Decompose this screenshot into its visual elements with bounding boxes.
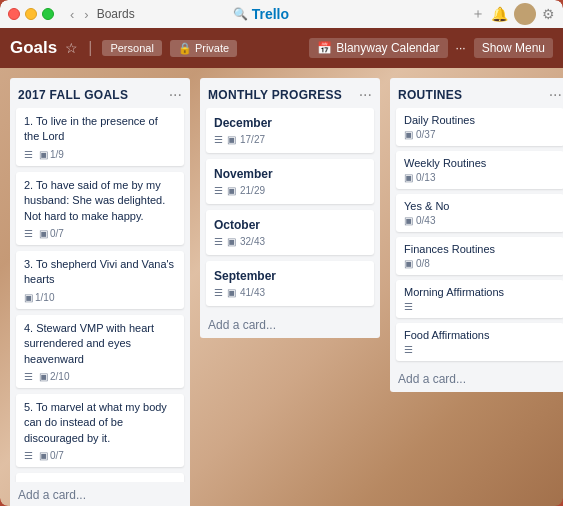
- card-title-goal-1: 1. To live in the presence of the Lord: [24, 114, 176, 145]
- card-checklist-goal-5: ☰: [24, 450, 33, 461]
- private-tag[interactable]: 🔒 Private: [170, 40, 237, 57]
- avatar[interactable]: [514, 3, 536, 25]
- calendar-icon: 📅: [317, 41, 332, 55]
- card-icon: ▣: [39, 149, 48, 160]
- card-goal-5[interactable]: 5. To marvel at what my body can do inst…: [16, 394, 184, 467]
- card-count-val-goal-2: 0/7: [50, 228, 64, 239]
- card-count-val-goal-1: 1/9: [50, 149, 64, 160]
- card-october[interactable]: October ☰ ▣ 32/43: [206, 210, 374, 255]
- calendar-button[interactable]: 📅 Blanyway Calendar: [309, 38, 447, 58]
- card-goal-3[interactable]: 3. To shepherd Vivi and Vana's hearts ▣ …: [16, 251, 184, 309]
- routine-card-icon-yes-no: ▣: [404, 215, 413, 226]
- checklist-icon-5: ☰: [24, 450, 33, 461]
- appbar-right: 📅 Blanyway Calendar ··· Show Menu: [309, 38, 553, 58]
- close-button[interactable]: [8, 8, 20, 20]
- routine-meta-yes-no: ▣ 0/43: [404, 215, 556, 226]
- card-goal-6[interactable]: 6. Manage our home with the same diligen…: [16, 473, 184, 482]
- list-cards-routines: Daily Routines ▣ 0/37 Weekly Routines ▣ …: [390, 108, 563, 366]
- card-food-affirmations[interactable]: Food Affirmations ☰: [396, 323, 563, 361]
- routine-title-morning: Morning Affirmations: [404, 286, 556, 298]
- month-count-december: 17/27: [240, 134, 265, 145]
- list-header-monthly: MONTHLY PROGRESS ···: [200, 78, 380, 108]
- routine-meta-morning: ☰: [404, 301, 556, 312]
- forward-button[interactable]: ›: [82, 7, 90, 22]
- card-icon-5: ▣: [39, 450, 48, 461]
- card-count-goal-3: ▣ 1/10: [24, 292, 54, 303]
- card-icon-4: ▣: [39, 371, 48, 382]
- search-bar[interactable]: 🔍 Trello: [233, 6, 289, 22]
- card-goal-1[interactable]: 1. To live in the presence of the Lord ☰…: [16, 108, 184, 166]
- routine-count-weekly: 0/13: [416, 172, 435, 183]
- list-menu-monthly[interactable]: ···: [359, 86, 372, 104]
- month-card-icon-september: ▣: [227, 287, 236, 298]
- minimize-button[interactable]: [25, 8, 37, 20]
- card-meta-goal-2: ☰ ▣ 0/7: [24, 228, 176, 239]
- card-weekly-routines[interactable]: Weekly Routines ▣ 0/13: [396, 151, 563, 189]
- card-meta-goal-1: ☰ ▣ 1/9: [24, 149, 176, 160]
- month-card-icon-october: ▣: [227, 236, 236, 247]
- routine-meta-weekly: ▣ 0/13: [404, 172, 556, 183]
- card-morning-affirmations[interactable]: Morning Affirmations ☰: [396, 280, 563, 318]
- more-dots[interactable]: ···: [456, 41, 466, 55]
- card-title-goal-3: 3. To shepherd Vivi and Vana's hearts: [24, 257, 176, 288]
- month-meta-december: ☰ ▣ 17/27: [214, 134, 366, 145]
- calendar-label: Blanyway Calendar: [336, 41, 439, 55]
- maximize-button[interactable]: [42, 8, 54, 20]
- month-count-october: 32/43: [240, 236, 265, 247]
- routine-checklist-icon-food: ☰: [404, 344, 413, 355]
- card-count-goal-5: ▣ 0/7: [39, 450, 64, 461]
- list-title-monthly: MONTHLY PROGRESS: [208, 88, 342, 102]
- card-november[interactable]: November ☰ ▣ 21/29: [206, 159, 374, 204]
- star-button[interactable]: ☆: [65, 40, 78, 56]
- card-icon-3: ▣: [24, 292, 33, 303]
- card-daily-routines[interactable]: Daily Routines ▣ 0/37: [396, 108, 563, 146]
- boards-button[interactable]: Boards: [97, 7, 135, 21]
- appbar: Goals ☆ | Personal 🔒 Private 📅 Blanyway …: [0, 28, 563, 68]
- month-meta-november: ☰ ▣ 21/29: [214, 185, 366, 196]
- personal-tag[interactable]: Personal: [102, 40, 161, 56]
- month-count-september: 41/43: [240, 287, 265, 298]
- list-monthly-progress: MONTHLY PROGRESS ··· December ☰ ▣ 17/27 …: [200, 78, 380, 338]
- list-title-routines: ROUTINES: [398, 88, 462, 102]
- card-count-goal-4: ▣ 2/10: [39, 371, 69, 382]
- card-title-goal-4: 4. Steward VMP with heart surrendered an…: [24, 321, 176, 367]
- board-content: 2017 FALL GOALS ··· 1. To live in the pr…: [10, 78, 553, 496]
- add-card-routines[interactable]: Add a card...: [390, 366, 563, 392]
- add-card-monthly[interactable]: Add a card...: [200, 312, 380, 338]
- board-title: Goals: [10, 38, 57, 58]
- bell-icon[interactable]: 🔔: [491, 6, 508, 22]
- card-september[interactable]: September ☰ ▣ 41/43: [206, 261, 374, 306]
- list-menu-routines[interactable]: ···: [549, 86, 562, 104]
- titlebar: ‹ › Boards 🔍 Trello ＋ 🔔 ⚙: [0, 0, 563, 28]
- month-checklist-icon-october: ☰: [214, 236, 223, 247]
- card-count-val-goal-3: 1/10: [35, 292, 54, 303]
- card-goal-2[interactable]: 2. To have said of me by my husband: She…: [16, 172, 184, 245]
- search-icon: 🔍: [233, 7, 248, 21]
- titlebar-actions: ＋ 🔔 ⚙: [471, 3, 555, 25]
- month-meta-september: ☰ ▣ 41/43: [214, 287, 366, 298]
- routine-count-finances: 0/8: [416, 258, 430, 269]
- add-icon[interactable]: ＋: [471, 5, 485, 23]
- card-icon-2: ▣: [39, 228, 48, 239]
- trello-logo: Trello: [252, 6, 289, 22]
- routine-title-finances: Finances Routines: [404, 243, 556, 255]
- routine-card-icon-daily: ▣: [404, 129, 413, 140]
- list-fall-goals: 2017 FALL GOALS ··· 1. To live in the pr…: [10, 78, 190, 506]
- list-menu-fall-goals[interactable]: ···: [169, 86, 182, 104]
- card-yes-no[interactable]: Yes & No ▣ 0/43: [396, 194, 563, 232]
- month-checklist-icon-november: ☰: [214, 185, 223, 196]
- back-button[interactable]: ‹: [68, 7, 76, 22]
- list-header-routines: ROUTINES ···: [390, 78, 563, 108]
- show-menu-button[interactable]: Show Menu: [474, 38, 553, 58]
- month-checklist-icon-december: ☰: [214, 134, 223, 145]
- card-goal-4[interactable]: 4. Steward VMP with heart surrendered an…: [16, 315, 184, 388]
- list-cards-fall-goals: 1. To live in the presence of the Lord ☰…: [10, 108, 190, 482]
- card-count-goal-2: ▣ 0/7: [39, 228, 64, 239]
- routine-meta-daily: ▣ 0/37: [404, 129, 556, 140]
- settings-icon[interactable]: ⚙: [542, 6, 555, 22]
- month-count-november: 21/29: [240, 185, 265, 196]
- card-checklist-goal-2: ☰: [24, 228, 33, 239]
- card-december[interactable]: December ☰ ▣ 17/27: [206, 108, 374, 153]
- add-card-fall-goals[interactable]: Add a card...: [10, 482, 190, 506]
- card-finances-routines[interactable]: Finances Routines ▣ 0/8: [396, 237, 563, 275]
